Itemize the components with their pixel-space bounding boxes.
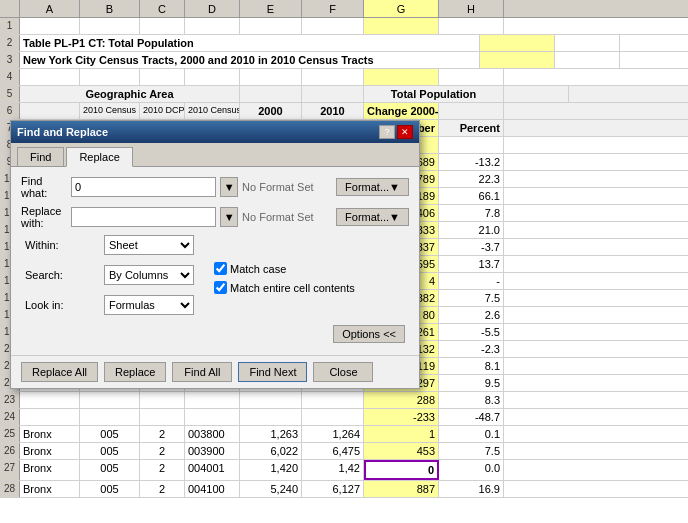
replace-all-button[interactable]: Replace All	[21, 362, 98, 382]
row-25: 25 Bronx 005 2 003800 1,263 1,264 1 0.1	[0, 426, 688, 443]
col2010-header: 2010	[302, 103, 364, 119]
title2: New York City Census Tracts, 2000 and 20…	[20, 52, 480, 68]
find-next-button[interactable]: Find Next	[238, 362, 307, 382]
find-what-input[interactable]	[71, 177, 216, 197]
row-26: 26 Bronx 005 2 003900 6,022 6,475 453 7.…	[0, 443, 688, 460]
find-what-group: ▼ No Format Set Format...▼	[71, 177, 409, 197]
tab-replace[interactable]: Replace	[66, 147, 132, 167]
checkbox-group: Match case Match entire cell contents	[214, 235, 355, 321]
match-case-checkbox[interactable]	[214, 262, 227, 275]
percent-label: Percent	[439, 120, 504, 136]
tab-find[interactable]: Find	[17, 147, 64, 166]
find-replace-dialog: Find and Replace ? ✕ Find Replace Find w…	[10, 120, 420, 389]
replace-with-input[interactable]	[71, 207, 216, 227]
row-3: 3 New York City Census Tracts, 2000 and …	[0, 52, 688, 69]
dialog-close-btn[interactable]: ✕	[397, 125, 413, 139]
replace-format-btn[interactable]: Format...▼	[336, 208, 409, 226]
match-entire-checkbox[interactable]	[214, 281, 227, 294]
find-format-label: No Format Set	[242, 181, 332, 193]
col-header-e: E	[240, 0, 302, 17]
change-header: Change 2000-2010	[364, 103, 439, 119]
dialog-titlebar: Find and Replace ? ✕	[11, 121, 419, 143]
options-btn[interactable]: Options <<	[333, 325, 405, 343]
row-5: 5 Geographic Area Total Population	[0, 86, 688, 103]
dialog-form: Find what: ▼ No Format Set Format...▼ Re…	[11, 167, 419, 355]
dialog-buttons: Replace All Replace Find All Find Next C…	[11, 355, 419, 388]
replace-button[interactable]: Replace	[104, 362, 166, 382]
row-28: 28 Bronx 005 2 004100 5,240 6,127 887 16…	[0, 481, 688, 498]
fips-header: 2010 Census FIPS County Code	[80, 103, 140, 119]
col-header-a: A	[20, 0, 80, 17]
row-23: 23 288 8.3	[0, 392, 688, 409]
dcp-header: 2010 DCP Borough Code	[140, 103, 185, 119]
replace-with-row: Replace with: ▼ No Format Set Format...▼	[21, 205, 409, 229]
highlighted-cell[interactable]: 0	[364, 460, 439, 480]
row-6: 6 2010 Census FIPS County Code 2010 DCP …	[0, 103, 688, 120]
options-section: Within: Sheet Search: By Columns Look in…	[21, 235, 409, 321]
title1: Table PL-P1 CT: Total Population	[20, 35, 480, 51]
col-header-f: F	[302, 0, 364, 17]
lookin-select[interactable]: Formulas	[104, 295, 194, 315]
match-case-label: Match case	[214, 262, 355, 275]
find-what-row: Find what: ▼ No Format Set Format...▼	[21, 175, 409, 199]
find-format-btn[interactable]: Format...▼	[336, 178, 409, 196]
col-header-d: D	[185, 0, 240, 17]
row-2: 2 Table PL-P1 CT: Total Population	[0, 35, 688, 52]
census-tract-header: 2010 Census Tract	[185, 103, 240, 119]
col-header-h: H	[439, 0, 504, 17]
within-label: Within:	[25, 239, 100, 251]
close-button[interactable]: Close	[313, 362, 373, 382]
find-what-label: Find what:	[21, 175, 65, 199]
row-1: 1	[0, 18, 688, 35]
replace-format-label: No Format Set	[242, 211, 332, 223]
dialog-tabs: Find Replace	[11, 143, 419, 167]
within-row: Within: Sheet	[25, 235, 194, 255]
search-select[interactable]: By Columns	[104, 265, 194, 285]
geo-area-header: Geographic Area	[20, 86, 240, 102]
find-what-dropdown[interactable]: ▼	[220, 177, 238, 197]
match-entire-label: Match entire cell contents	[214, 281, 355, 294]
col2000-header: 2000	[240, 103, 302, 119]
find-all-button[interactable]: Find All	[172, 362, 232, 382]
row-27: 27 Bronx 005 2 004001 1,420 1,42 0 0.0	[0, 460, 688, 481]
col-header-b: B	[80, 0, 140, 17]
dialog-title: Find and Replace	[17, 126, 108, 138]
col-header-rownum	[0, 0, 20, 17]
select-group: Within: Sheet Search: By Columns Look in…	[25, 235, 194, 321]
row-24: 24 -233 -48.7	[0, 409, 688, 426]
row-4: 4	[0, 69, 688, 86]
within-select[interactable]: Sheet	[104, 235, 194, 255]
search-row: Search: By Columns	[25, 265, 194, 285]
total-pop-header: Total Population	[364, 86, 504, 102]
replace-with-group: ▼ No Format Set Format...▼	[71, 207, 409, 227]
dialog-controls: ? ✕	[379, 125, 413, 139]
search-label: Search:	[25, 269, 100, 281]
col-header-row: A B C D E F G H	[0, 0, 688, 18]
lookin-label: Look in:	[25, 299, 100, 311]
replace-with-label: Replace with:	[21, 205, 65, 229]
col-header-c: C	[140, 0, 185, 17]
lookin-row: Look in: Formulas	[25, 295, 194, 315]
col-header-g: G	[364, 0, 439, 17]
dialog-help-btn[interactable]: ?	[379, 125, 395, 139]
options-btn-row: Options <<	[21, 325, 409, 343]
replace-dropdown[interactable]: ▼	[220, 207, 238, 227]
